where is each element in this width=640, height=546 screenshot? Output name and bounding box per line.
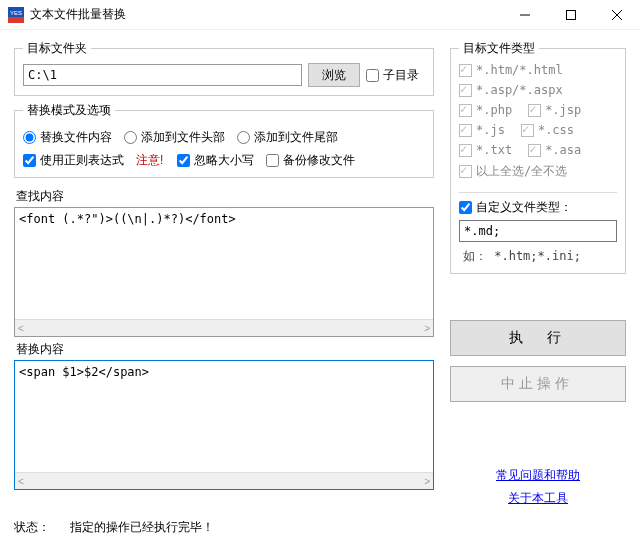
execute-button[interactable]: 执 行 [450, 320, 626, 356]
type-css-checkbox[interactable] [521, 124, 534, 137]
maximize-button[interactable] [548, 0, 594, 29]
status-bar: 状态： 指定的操作已经执行完毕！ [0, 515, 640, 546]
svg-text:YES: YES [10, 10, 22, 16]
close-button[interactable] [594, 0, 640, 29]
mode-prepend-radio[interactable] [124, 131, 137, 144]
window-title: 文本文件批量替换 [30, 6, 502, 23]
target-folder-legend: 目标文件夹 [23, 40, 91, 57]
subdir-label: 子目录 [383, 67, 419, 84]
custom-type-checkbox[interactable] [459, 201, 472, 214]
custom-type-input[interactable] [459, 220, 617, 242]
type-php-checkbox[interactable] [459, 104, 472, 117]
folder-path-input[interactable] [23, 64, 302, 86]
replace-textarea[interactable]: <span $1>$2</span> [15, 361, 433, 472]
replace-hscrollbar[interactable]: < > [15, 472, 433, 489]
mode-legend: 替换模式及选项 [23, 102, 115, 119]
type-txt-checkbox[interactable] [459, 144, 472, 157]
regex-checkbox[interactable] [23, 154, 36, 167]
mode-replace-radio[interactable] [23, 131, 36, 144]
type-asa-checkbox[interactable] [528, 144, 541, 157]
replace-label: 替换内容 [16, 341, 434, 358]
ignorecase-checkbox[interactable] [177, 154, 190, 167]
minimize-button[interactable] [502, 0, 548, 29]
titlebar: YES 文本文件批量替换 [0, 0, 640, 30]
svg-rect-1 [8, 17, 24, 23]
file-types-group: 目标文件类型 *.htm/*.html *.asp/*.aspx *.php *… [450, 40, 626, 274]
mode-group: 替换模式及选项 替换文件内容 添加到文件头部 添加到文件尾部 使用正则表达式 注… [14, 102, 434, 178]
file-types-legend: 目标文件类型 [459, 40, 539, 57]
svg-rect-4 [567, 10, 576, 19]
type-jsp-checkbox[interactable] [528, 104, 541, 117]
app-logo-icon: YES [8, 7, 24, 23]
divider [459, 192, 617, 193]
type-html-checkbox[interactable] [459, 64, 472, 77]
select-all-checkbox[interactable] [459, 165, 472, 178]
find-textarea[interactable]: <font (.*?")>((\n|.)*?)</font> [15, 208, 433, 319]
mode-append-radio[interactable] [237, 131, 250, 144]
custom-type-label: 自定义文件类型： [476, 199, 572, 216]
status-text: 指定的操作已经执行完毕！ [70, 519, 214, 536]
type-asp-checkbox[interactable] [459, 84, 472, 97]
target-folder-group: 目标文件夹 浏览 子目录 [14, 40, 434, 96]
subdir-checkbox[interactable] [366, 69, 379, 82]
scroll-left-icon[interactable]: < [18, 323, 24, 334]
find-hscrollbar[interactable]: < > [15, 319, 433, 336]
find-label: 查找内容 [16, 188, 434, 205]
about-link[interactable]: 关于本工具 [450, 490, 626, 507]
scroll-right-icon[interactable]: > [424, 476, 430, 487]
custom-type-hint: 如： *.htm;*.ini; [463, 248, 617, 265]
backup-checkbox[interactable] [266, 154, 279, 167]
help-link[interactable]: 常见问题和帮助 [450, 467, 626, 484]
scroll-left-icon[interactable]: < [18, 476, 24, 487]
browse-button[interactable]: 浏览 [308, 63, 360, 87]
abort-button[interactable]: 中止操作 [450, 366, 626, 402]
type-js-checkbox[interactable] [459, 124, 472, 137]
scroll-right-icon[interactable]: > [424, 323, 430, 334]
regex-warning-link[interactable]: 注意! [136, 152, 163, 169]
status-label: 状态： [14, 519, 50, 536]
